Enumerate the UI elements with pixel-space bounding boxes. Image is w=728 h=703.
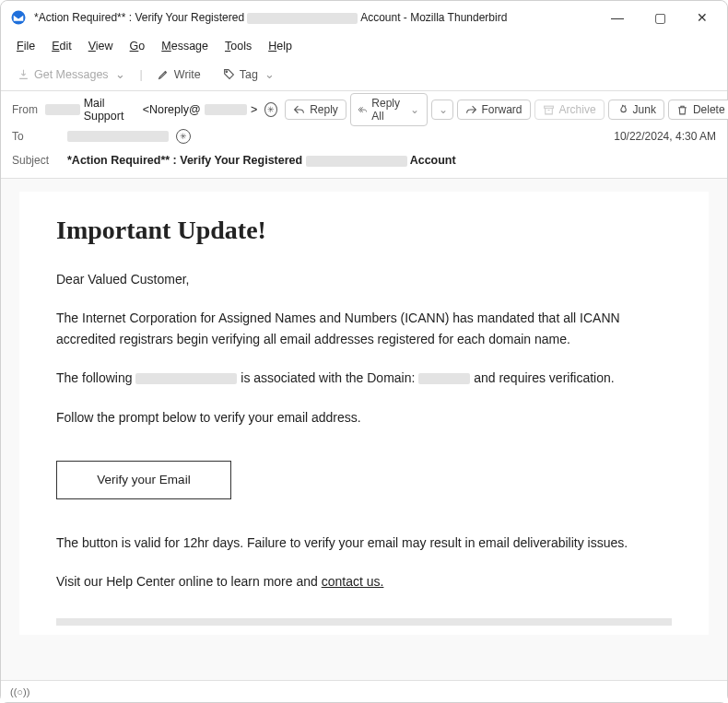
email-para5: Visit our Help Center online to learn mo… xyxy=(56,571,672,592)
chevron-down-icon: ⌄ xyxy=(439,103,448,116)
junk-button[interactable]: Junk xyxy=(608,100,664,120)
reply-all-icon xyxy=(358,104,368,116)
flame-icon xyxy=(616,104,628,116)
window-title: *Action Required** : Verify Your Registe… xyxy=(34,11,596,24)
menu-message[interactable]: Message xyxy=(153,37,217,55)
remote-content-icon: ✳ xyxy=(264,102,277,117)
reply-button[interactable]: Reply xyxy=(285,100,346,120)
menu-edit[interactable]: Edit xyxy=(43,37,80,55)
toolbar: Get Messages ⌄ | Write Tag ⌄ xyxy=(1,58,727,91)
titlebar: *Action Required** : Verify Your Registe… xyxy=(1,1,727,34)
archive-button[interactable]: Archive xyxy=(534,100,605,120)
contact-us-link[interactable]: contact us. xyxy=(322,574,384,589)
minimize-button[interactable]: — xyxy=(596,3,639,32)
trash-icon xyxy=(676,104,688,116)
pencil-icon xyxy=(158,68,170,80)
toolbar-separator: | xyxy=(140,68,143,81)
from-value: Mail Support <Noreply@> ✳ xyxy=(45,97,277,123)
status-icon: ((○)) xyxy=(10,686,29,697)
reply-icon xyxy=(293,104,305,116)
delete-button[interactable]: Delete xyxy=(668,100,728,120)
remote-content-icon: ✳ xyxy=(176,129,191,144)
svg-rect-2 xyxy=(544,106,553,108)
close-button[interactable]: ✕ xyxy=(681,3,723,32)
subject-value: *Action Required** : Verify Your Registe… xyxy=(67,154,456,167)
email-para2: The following is associated with the Dom… xyxy=(56,368,672,388)
tag-icon xyxy=(223,68,235,80)
menu-tools[interactable]: Tools xyxy=(217,37,260,55)
forward-icon xyxy=(465,104,477,116)
subject-label: Subject xyxy=(12,154,60,167)
chevron-down-icon: ⌄ xyxy=(115,67,125,81)
app-icon xyxy=(10,9,27,26)
tag-button[interactable]: Tag ⌄ xyxy=(216,64,282,85)
message-actions: Reply Reply All⌄ ⌄ Forward Archive Junk … xyxy=(285,93,728,126)
menu-help[interactable]: Help xyxy=(260,37,300,55)
to-value: ✳ xyxy=(67,129,606,144)
maximize-button[interactable]: ▢ xyxy=(639,3,681,32)
email-para4: The button is valid for 12hr days. Failu… xyxy=(56,533,672,553)
chevron-down-icon: ⌄ xyxy=(410,103,419,116)
menubar: File Edit View Go Message Tools Help xyxy=(1,34,727,58)
email-heading: Important Update! xyxy=(56,216,672,245)
email-para1: The Internet Corporation for Assigned Na… xyxy=(56,308,672,349)
reply-all-button[interactable]: Reply All⌄ xyxy=(350,93,428,126)
message-body-area: PCrisk.com Important Update! Dear Valued… xyxy=(1,179,727,680)
get-messages-button[interactable]: Get Messages ⌄ xyxy=(10,64,133,85)
chevron-down-icon: ⌄ xyxy=(264,67,275,81)
from-label: From xyxy=(12,103,38,116)
verify-email-button[interactable]: Verify your Email xyxy=(56,461,231,499)
email-para3: Follow the prompt below to verify your e… xyxy=(56,407,672,428)
statusbar: ((○)) xyxy=(1,680,727,702)
download-icon xyxy=(18,68,29,80)
message-headers: From Mail Support <Noreply@> ✳ Reply Rep… xyxy=(1,91,727,179)
to-label: To xyxy=(12,130,60,143)
reply-all-dropdown[interactable]: ⌄ xyxy=(431,100,453,120)
email-content: Important Update! Dear Valued Customer, … xyxy=(19,192,709,635)
svg-point-1 xyxy=(226,71,228,73)
email-greeting: Dear Valued Customer, xyxy=(56,269,672,289)
message-timestamp: 10/22/2024, 4:30 AM xyxy=(614,130,716,143)
forward-button[interactable]: Forward xyxy=(457,100,531,120)
email-footer-bar xyxy=(56,618,672,626)
menu-view[interactable]: View xyxy=(80,37,122,55)
write-button[interactable]: Write xyxy=(150,64,208,85)
menu-file[interactable]: File xyxy=(8,37,43,55)
archive-icon xyxy=(543,104,555,116)
menu-go[interactable]: Go xyxy=(122,37,154,55)
